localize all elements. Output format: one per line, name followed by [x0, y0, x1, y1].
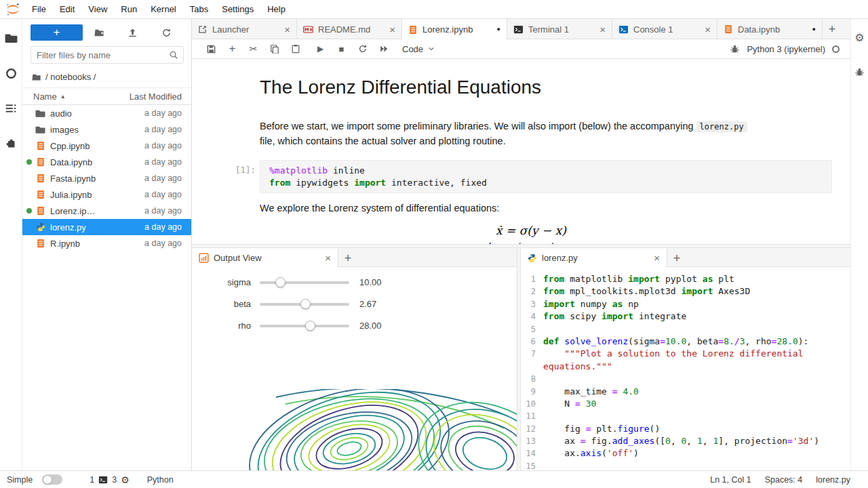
menu-edit[interactable]: Edit [53, 0, 81, 18]
sort-by-modified[interactable]: Last Modified [130, 92, 182, 102]
refresh-icon[interactable] [161, 28, 172, 38]
new-launcher-tab-button[interactable]: + [823, 19, 842, 39]
kernel-name[interactable]: Python 3 (ipykernel) [747, 44, 825, 54]
menu-settings[interactable]: Settings [215, 0, 260, 18]
debugger-sidebar-icon[interactable] [853, 65, 867, 79]
python-file-icon [528, 253, 537, 263]
slider-handle[interactable] [300, 299, 311, 309]
run-all-cells-button[interactable] [373, 41, 394, 57]
tab-close-icon[interactable]: × [654, 253, 660, 263]
cell-type-dropdown[interactable]: Code [402, 44, 435, 54]
upload-icon[interactable] [127, 28, 138, 38]
file-row[interactable]: imagesa day ago [22, 121, 191, 138]
file-row[interactable]: Lorenz.ip…a day ago [22, 203, 191, 219]
file-row[interactable]: Fasta.ipynba day ago [22, 170, 191, 186]
tab-lorenz-ipynb[interactable]: Lorenz.ipynb● [402, 19, 507, 40]
simple-mode-toggle[interactable] [42, 474, 62, 485]
slider[interactable] [260, 315, 349, 336]
breadcrumb[interactable]: / notebooks / [22, 68, 191, 87]
notebook-document[interactable]: The Lorenz Differential Equations Before… [192, 59, 850, 244]
indent-setting[interactable]: Spaces: 4 [765, 475, 803, 485]
file-row[interactable]: audioa day ago [22, 105, 191, 121]
restart-kernel-button[interactable] [352, 41, 373, 57]
running-sessions-status[interactable]: 1 3 ⚙ [90, 475, 129, 485]
menu-view[interactable]: View [81, 0, 114, 18]
new-launcher-button[interactable]: + [31, 24, 83, 41]
file-modified: a day ago [144, 206, 182, 216]
search-icon [169, 50, 178, 60]
paste-cells-button[interactable] [285, 41, 306, 57]
tab-close-icon[interactable]: × [325, 253, 331, 263]
debugger-bug-icon[interactable] [730, 44, 740, 54]
slider-handle[interactable] [305, 321, 315, 331]
running-sessions-icon[interactable] [4, 66, 18, 80]
add-tab-button[interactable]: + [338, 248, 357, 268]
cut-cells-button[interactable]: ✂ [243, 41, 264, 57]
sort-by-name[interactable]: Name ▲ [33, 92, 130, 102]
file-name: lorenz.py [50, 222, 144, 232]
interrupt-kernel-button[interactable]: ■ [331, 41, 352, 57]
filter-files-input[interactable] [31, 46, 184, 64]
tab-close-icon[interactable]: × [389, 24, 395, 35]
run-cell-button[interactable]: ▶ [310, 41, 331, 57]
tab-data-ipynb[interactable]: Data.ipynb● [717, 19, 823, 39]
file-name: Data.ipynb [50, 157, 144, 167]
code-cell[interactable]: %matplotlib inlinefrom ipywidgets import… [260, 160, 832, 193]
file-row[interactable]: Julia.ipynba day ago [22, 186, 191, 203]
menu-file[interactable]: File [25, 0, 53, 18]
file-browser-icon[interactable] [4, 31, 18, 45]
file-row[interactable]: lorenz.pya day ago [22, 219, 191, 235]
new-folder-icon[interactable] [94, 28, 104, 38]
code-line: 6def solve_lorenz(sigma=10.0, beta=8./3,… [521, 336, 850, 348]
file-row[interactable]: R.ipynba day ago [22, 235, 191, 251]
slider-handle[interactable] [275, 277, 285, 287]
property-inspector-gear-icon[interactable]: ⚙ [853, 31, 867, 45]
home-folder-icon[interactable] [32, 73, 41, 82]
file-name: images [50, 125, 144, 135]
notebook-icon [408, 25, 418, 35]
slider-value: 28.00 [359, 321, 382, 331]
copy-cells-button[interactable] [264, 41, 285, 57]
file-row[interactable]: Data.ipynba day ago [22, 154, 191, 170]
file-row[interactable]: Cpp.ipynba day ago [22, 138, 191, 154]
tab-close-icon[interactable]: × [284, 24, 290, 35]
editor-content[interactable]: 1from matplotlib import pyplot as plt2fr… [521, 267, 850, 470]
menu-kernel[interactable]: Kernel [144, 0, 183, 18]
file-list: audioa day agoimagesa day agoCpp.ipynba … [22, 105, 191, 251]
unsaved-changes-dot[interactable]: ● [497, 26, 500, 33]
editor-lines: 1from matplotlib import pyplot as plt2fr… [521, 267, 850, 470]
tab-terminal-1[interactable]: Terminal 1× [507, 19, 612, 39]
slider[interactable] [260, 293, 349, 314]
menubar: FileEditViewRunKernelTabsSettingsHelp [0, 0, 868, 19]
insert-cell-button[interactable]: + [222, 41, 243, 57]
tab-launcher[interactable]: Launcher× [192, 19, 297, 39]
language-mode[interactable]: Python [147, 475, 174, 485]
tab-close-icon[interactable]: × [599, 24, 606, 35]
equation-1: ẋ = σ(y − x) [260, 224, 802, 237]
tab-lorenz-py[interactable]: lorenz.py × [521, 248, 667, 268]
vertical-splitter[interactable] [517, 248, 521, 470]
tab-label: README.md [318, 24, 384, 35]
file-modified: a day ago [144, 222, 182, 232]
line-number: 7 [521, 348, 541, 360]
output-view-content: sigma10.00beta2.67rho28.00 [192, 267, 517, 470]
save-button[interactable] [201, 41, 222, 57]
file-name: Julia.ipynb [50, 190, 144, 200]
unsaved-changes-dot[interactable]: ● [812, 26, 816, 33]
tab-close-icon[interactable]: × [705, 24, 711, 35]
menu-tabs[interactable]: Tabs [183, 0, 215, 18]
tab-console-1[interactable]: Console 1× [612, 19, 717, 39]
menu-run[interactable]: Run [114, 0, 144, 18]
output-view-icon [199, 253, 209, 263]
table-of-contents-icon[interactable] [4, 102, 18, 115]
tab-readme-md[interactable]: README.md× [297, 19, 402, 39]
menu-help[interactable]: Help [260, 0, 292, 18]
tab-output-view[interactable]: Output View × [192, 248, 338, 268]
extension-manager-icon[interactable] [4, 137, 18, 150]
add-tab-button[interactable]: + [667, 248, 686, 268]
slider[interactable] [260, 272, 349, 292]
cursor-position[interactable]: Ln 1, Col 1 [710, 475, 751, 485]
slider-track[interactable] [260, 281, 349, 284]
kernel-status-icon[interactable] [832, 45, 840, 53]
code-line: 14 ax.axis('off') [521, 447, 850, 460]
